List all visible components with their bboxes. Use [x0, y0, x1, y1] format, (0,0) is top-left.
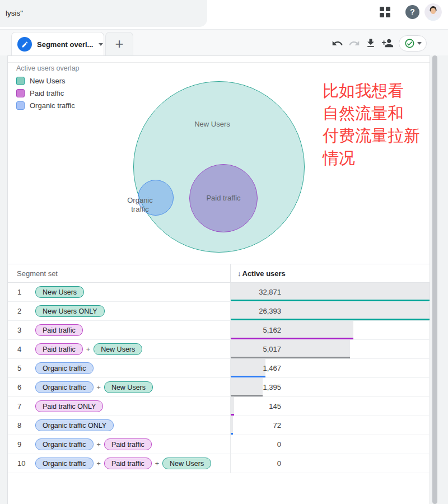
check-circle-icon: [404, 38, 415, 49]
table-header: Segment set ↓Active users: [8, 264, 431, 283]
venn-label-new-users: New Users: [179, 120, 246, 129]
table-row[interactable]: 8Organic traffic ONLY72: [8, 416, 431, 435]
venn-label-organic-traffic: Organic traffic: [118, 196, 162, 213]
active-users-value: 26,393: [231, 302, 281, 320]
plus-separator: +: [86, 346, 90, 353]
active-users-cell: 72: [230, 416, 431, 435]
segment-chip: Paid traffic: [35, 324, 83, 336]
segment-chip: Organic traffic: [35, 362, 94, 374]
plus-separator: +: [155, 460, 159, 468]
panel-divider: [8, 62, 430, 63]
tab-label: Segment overl...: [37, 40, 93, 49]
segment-set-cell: 1New Users: [8, 283, 230, 301]
exploration-canvas: Active users overlap New Users Paid traf…: [7, 55, 430, 504]
active-users-value: 0: [231, 454, 281, 473]
legend-swatch: [16, 77, 25, 85]
table-row[interactable]: 5Organic traffic1,467: [8, 359, 431, 378]
legend-label: Paid traffic: [30, 89, 64, 97]
active-users-header[interactable]: ↓Active users: [230, 264, 431, 282]
tab-strip: Segment overl... +: [0, 29, 448, 55]
download-button[interactable]: [365, 38, 376, 49]
apps-grid-icon[interactable]: [380, 7, 390, 17]
edit-pencil-icon: [17, 37, 32, 52]
table-row[interactable]: 9Organic traffic+Paid traffic0: [8, 435, 431, 454]
annotation-line: 自然流量和: [323, 102, 420, 124]
segment-chip: Paid traffic: [104, 438, 152, 450]
table-row[interactable]: 6Organic traffic+New Users1,395: [8, 378, 431, 397]
active-users-value: 5,017: [231, 340, 281, 358]
tab-segment-overlap[interactable]: Segment overl...: [11, 32, 104, 56]
redo-button[interactable]: [348, 38, 360, 49]
row-index: 10: [17, 459, 32, 468]
active-users-value: 32,871: [231, 283, 281, 301]
segment-set-cell: 8Organic traffic ONLY: [8, 416, 230, 435]
active-users-value: 145: [231, 397, 281, 416]
active-users-cell: 5,017: [230, 340, 431, 358]
share-user-button[interactable]: [381, 37, 394, 49]
active-users-cell: 5,162: [230, 321, 431, 339]
segment-chip: New Users ONLY: [35, 305, 105, 317]
saved-status-button[interactable]: [399, 35, 427, 52]
active-users-value: 72: [231, 416, 281, 435]
row-index: 3: [17, 326, 32, 334]
plus-separator: +: [97, 441, 101, 449]
segment-set-cell: 7Paid traffic ONLY: [8, 397, 230, 416]
table-row[interactable]: 7Paid traffic ONLY145: [8, 397, 431, 416]
scrollbar-track: [430, 55, 448, 504]
segment-chip: Organic traffic: [35, 458, 94, 469]
legend-item-new-users: New Users: [16, 77, 80, 85]
segment-chip: Paid traffic ONLY: [35, 400, 103, 412]
legend-swatch: [16, 89, 25, 97]
segment-table: Segment set ↓Active users 1New Users32,8…: [8, 264, 431, 473]
segment-set-cell: 9Organic traffic+Paid traffic: [8, 435, 230, 454]
active-users-value: 5,162: [231, 321, 281, 339]
avatar[interactable]: [424, 3, 442, 21]
scrollbar-thumb[interactable]: [432, 55, 437, 504]
active-users-cell: 0: [230, 454, 431, 473]
active-users-cell: 145: [230, 397, 431, 416]
help-icon[interactable]: ?: [405, 5, 419, 19]
sort-desc-icon: ↓: [237, 269, 241, 278]
ga4-exploration-page: { "header": { "title_fragment": "lysis\"…: [0, 0, 448, 504]
segment-chip: New Users: [35, 286, 84, 298]
segment-chip: New Users: [162, 458, 211, 469]
table-row[interactable]: 1New Users32,871: [8, 283, 431, 302]
add-tab-button[interactable]: +: [105, 32, 133, 56]
segment-set-cell: 10Organic traffic+Paid traffic+New Users: [8, 454, 230, 473]
annotation-line: 比如我想看: [323, 80, 420, 102]
segment-set-header[interactable]: Segment set: [8, 264, 230, 282]
active-users-cell: 32,871: [230, 283, 431, 301]
row-index: 2: [17, 307, 32, 315]
chart-legend: Active users overlap New Users Paid traf…: [16, 64, 80, 114]
chevron-down-icon: [417, 42, 422, 45]
segment-chip: Organic traffic: [35, 438, 94, 450]
segment-set-cell: 3Paid traffic: [8, 321, 230, 339]
table-row[interactable]: 3Paid traffic5,162: [8, 321, 431, 340]
chevron-down-icon[interactable]: [99, 43, 103, 46]
legend-item-organic-traffic: Organic traffic: [16, 101, 80, 110]
annotation-text: 比如我想看自然流量和付费流量拉新情况: [323, 80, 420, 169]
table-row[interactable]: 10Organic traffic+Paid traffic+New Users…: [8, 454, 431, 473]
active-users-value: 1,467: [231, 359, 281, 377]
row-index: 6: [17, 383, 32, 391]
venn-label-paid-traffic: Paid traffic: [190, 194, 257, 203]
row-index: 7: [17, 402, 32, 410]
table-row[interactable]: 4Paid traffic+New Users5,017: [8, 340, 431, 359]
legend-swatch: [16, 101, 25, 110]
segment-chip: Paid traffic: [35, 343, 83, 355]
row-index: 9: [17, 440, 32, 449]
toolbar: [332, 35, 427, 52]
row-index: 1: [17, 288, 32, 296]
table-row[interactable]: 2New Users ONLY26,393: [8, 302, 431, 321]
plus-separator: +: [97, 460, 101, 468]
segment-set-cell: 5Organic traffic: [8, 359, 230, 377]
exploration-title-field[interactable]: lysis": [0, 0, 207, 27]
segment-chip: New Users: [94, 343, 142, 355]
row-index: 8: [17, 421, 32, 430]
undo-button[interactable]: [332, 38, 343, 49]
segment-table-rows: 1New Users32,8712New Users ONLY26,3933Pa…: [8, 283, 431, 473]
segment-chip: Organic traffic ONLY: [35, 419, 114, 431]
annotation-line: 情况: [323, 147, 420, 169]
segment-set-cell: 4Paid traffic+New Users: [8, 340, 230, 358]
legend-label: New Users: [30, 77, 66, 85]
